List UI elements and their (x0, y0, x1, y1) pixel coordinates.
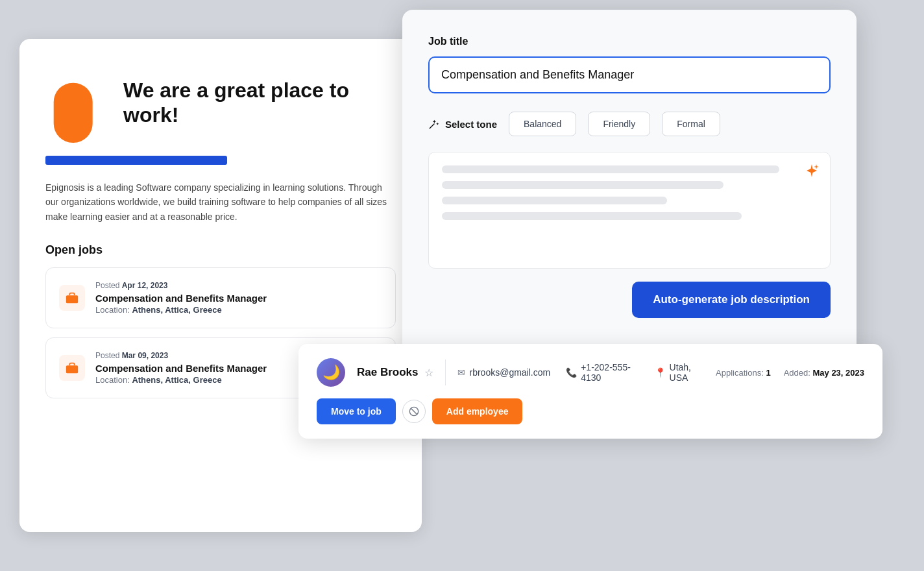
job-title-1: Compensation and Benefits Manager (95, 293, 382, 304)
briefcase-icon (65, 291, 79, 305)
disqualify-btn[interactable] (402, 400, 426, 423)
svg-rect-2 (66, 366, 78, 374)
star-icon[interactable]: ☆ (424, 367, 433, 379)
briefcase-icon-2 (65, 361, 79, 375)
company-tagline: We are a great place to work! (123, 65, 396, 128)
job-details-1: Posted Apr 12, 2023 Compensation and Ben… (95, 281, 382, 315)
tone-balanced-btn[interactable]: Balanced (509, 112, 576, 136)
candidate-name-area: Rae Brooks ☆ (357, 366, 433, 379)
svg-rect-1 (66, 296, 78, 304)
tone-section: Select tone Balanced Friendly Formal (428, 112, 831, 136)
applications-stat: Applications: 1 (716, 368, 771, 378)
blue-bar (45, 156, 227, 165)
job-posted-1: Posted Apr 12, 2023 (95, 281, 382, 290)
move-to-job-btn[interactable]: Move to job (317, 398, 396, 424)
job-title-label: Job title (428, 36, 831, 47)
candidate-phone: 📞 +1-202-555-4130 (566, 362, 638, 383)
job-description-modal: Job title Select tone Balanced Friendly … (402, 10, 857, 360)
add-employee-btn[interactable]: Add employee (432, 398, 523, 424)
skeleton-line-4 (442, 212, 742, 220)
job-title-input[interactable] (428, 56, 831, 93)
company-logo-area: We are a great place to work! (45, 65, 396, 143)
open-jobs-title: Open jobs (45, 243, 396, 257)
job-card-1[interactable]: Posted Apr 12, 2023 Compensation and Ben… (45, 267, 396, 328)
skeleton-line-2 (442, 181, 723, 189)
candidate-actions: Move to job Add employee (317, 398, 522, 424)
candidate-stats: Applications: 1 Added: May 23, 2023 (716, 368, 864, 378)
candidate-email: ✉ rbrooks@gmail.com (457, 367, 550, 378)
company-card: We are a great place to work! Epignosis … (19, 39, 422, 532)
location-icon: 📍 (655, 367, 666, 378)
email-icon: ✉ (457, 367, 465, 378)
added-stat: Added: May 23, 2023 (784, 368, 864, 378)
svg-line-4 (411, 408, 417, 414)
candidate-meta: ✉ rbrooks@gmail.com 📞 +1-202-555-4130 📍 … (457, 362, 704, 383)
skeleton-line-1 (442, 165, 779, 173)
tone-label: Select tone (428, 118, 497, 130)
company-logo (45, 65, 104, 143)
skeleton-line-3 (442, 197, 667, 204)
candidate-avatar: 🌙 (317, 358, 345, 387)
candidate-name: Rae Brooks (357, 366, 418, 379)
job-icon-2 (59, 355, 85, 381)
svg-rect-0 (54, 83, 93, 143)
tone-formal-btn[interactable]: Formal (662, 112, 720, 136)
description-area[interactable] (428, 152, 831, 269)
job-icon-1 (59, 285, 85, 311)
candidate-location: 📍 Utah, USA (655, 362, 705, 383)
magic-wand-icon (428, 118, 440, 130)
auto-generate-btn[interactable]: Auto-generate job description (632, 282, 831, 318)
tone-friendly-btn[interactable]: Friendly (588, 112, 650, 136)
sparkle-icon (804, 163, 820, 182)
job-location-1: Location: Athens, Attica, Greece (95, 305, 382, 315)
company-description: Epignosis is a leading Software company … (45, 180, 396, 224)
phone-icon: 📞 (566, 367, 577, 378)
candidate-card: 🌙 Rae Brooks ☆ ✉ rbrooks@gmail.com 📞 +1-… (298, 344, 882, 439)
divider-1 (445, 359, 446, 385)
ban-icon (409, 406, 419, 417)
